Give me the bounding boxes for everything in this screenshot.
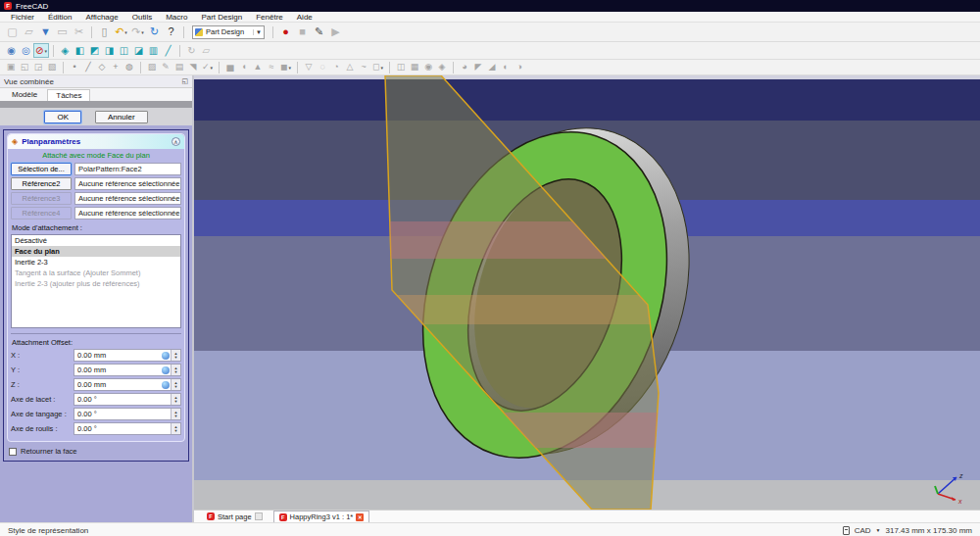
close-tab-icon[interactable]: ✕ [356, 513, 364, 521]
y-offset-field[interactable]: 0.00 mm ▲▼ [74, 364, 181, 376]
nav-style-selector[interactable]: CAD [855, 526, 871, 535]
view-front-button[interactable]: ◧ [73, 43, 87, 58]
yaw-value: 0.00 ° [74, 395, 171, 404]
menu-affichage[interactable]: Affichage [78, 13, 124, 22]
new-file-icon: ▢ [7, 26, 17, 37]
attachment-mode-list[interactable]: Désactivé Face du plan Inertie 2-3 Tange… [11, 234, 181, 328]
menu-fichier[interactable]: Fichier [4, 13, 41, 22]
view-rear-button[interactable]: ◫ [117, 43, 131, 58]
reference2-field[interactable]: Aucune référence sélectionnée [74, 177, 181, 190]
cancel-button[interactable]: Annuler [95, 111, 148, 123]
expression-icon[interactable] [162, 352, 170, 360]
groove-icon: ◔ [333, 63, 338, 72]
reference-row: Référence2 Aucune référence sélectionnée [11, 177, 181, 190]
list-item[interactable]: Désactivé [12, 235, 180, 246]
pitch-field[interactable]: 0.00 ° ▲▼ [74, 408, 181, 420]
view-bottom-button[interactable]: ◪ [131, 43, 146, 58]
reference1-field[interactable]: PolarPattern:Face2 [74, 163, 181, 175]
subtractive-loft-button: △ [343, 61, 357, 74]
yaw-spinner[interactable]: ▲▼ [171, 394, 180, 405]
open-file-icon: ▱ [24, 26, 32, 37]
x-offset-spinner[interactable]: ▲▼ [171, 350, 180, 361]
menu-fenetre[interactable]: Fenêtre [249, 13, 290, 22]
list-item-selected[interactable]: Face du plan [12, 246, 180, 257]
toolbar-separator [183, 26, 184, 38]
roll-spinner[interactable]: ▲▼ [171, 423, 180, 434]
undo-button[interactable]: ↶▾ [113, 24, 129, 40]
groupbox-title: Planparamètres [22, 137, 168, 146]
3d-viewport[interactable]: z x [194, 75, 980, 510]
print-icon: ▭ [57, 26, 67, 37]
z-offset-spinner[interactable]: ▲▼ [171, 379, 180, 390]
view-right-button[interactable]: ◨ [102, 43, 117, 58]
reference3-button: Référence3 [11, 192, 72, 205]
measure-refresh-icon: ↻ [187, 46, 195, 56]
toolbar-view: ◉◎⊘▾◈◧◩◨◫◪▥╱↻▱ [0, 42, 980, 60]
reference-row: Référence3 Aucune référence sélectionnée [11, 192, 181, 205]
macro-edit-button[interactable]: ✎ [311, 24, 327, 40]
view-isometric-button[interactable]: ◈ [58, 43, 73, 58]
workbench-selector[interactable]: Part Design ▼ [192, 25, 265, 39]
refresh-button[interactable]: ↻ [146, 24, 163, 40]
ok-button[interactable]: OK [44, 111, 81, 123]
paste-button[interactable]: ▯ [96, 24, 113, 40]
menu-macro[interactable]: Macro [159, 13, 194, 22]
view-left-icon: ▥ [149, 46, 158, 56]
yaw-label: Axe de lacet : [11, 395, 74, 404]
tab-label: HappyRing3 v1 : 1* [290, 512, 354, 521]
new-sketch-icon: ▨ [148, 63, 157, 72]
tab-taches[interactable]: Tâches [47, 89, 90, 101]
subtractive-loft-icon: △ [347, 63, 354, 72]
view-isometric-icon: ◈ [62, 46, 70, 56]
flip-face-checkbox[interactable] [9, 448, 17, 456]
menu-aide[interactable]: Aide [290, 13, 319, 22]
fit-selection-button[interactable]: ◎ [19, 43, 33, 58]
view-left-button[interactable]: ▥ [146, 43, 161, 58]
close-tab-icon[interactable] [255, 512, 263, 520]
macro-record-button[interactable]: ● [277, 24, 294, 40]
reference2-button[interactable]: Référence2 [11, 177, 72, 190]
expression-icon[interactable] [162, 381, 170, 389]
fit-all-button[interactable]: ◉ [4, 43, 19, 58]
offset-row: X : 0.00 mm ▲▼ [11, 349, 181, 362]
float-panel-icon[interactable]: ◱ [181, 77, 188, 85]
menu-edition[interactable]: Édition [41, 13, 78, 22]
additive-pipe-button: ≈ [265, 61, 278, 74]
mouse-model-icon [843, 526, 850, 535]
z-offset-field[interactable]: 0.00 mm ▲▼ [74, 378, 181, 391]
pad-button: ▅ [223, 61, 237, 74]
toolbar-separator [53, 45, 54, 57]
chevron-down-icon: ▾ [289, 65, 292, 71]
x-offset-field[interactable]: 0.00 mm ▲▼ [74, 349, 181, 362]
additive-pipe-icon: ≈ [270, 63, 274, 72]
select-reference-button[interactable]: Sélection de... [11, 163, 72, 175]
expression-icon[interactable] [162, 366, 170, 374]
y-offset-spinner[interactable]: ▲▼ [171, 365, 180, 375]
save-file-button[interactable]: ▼ [37, 24, 54, 40]
tab-start-page[interactable]: F Start page [202, 511, 268, 522]
ring-model[interactable] [194, 75, 980, 510]
task-panel-content: ◈ Planparamètres ∧ Attaché avec mode Fac… [0, 125, 192, 522]
edit-sketch-button: ✎ [159, 61, 172, 74]
validate-sketch-icon: ✓ [202, 63, 210, 72]
create-body-button: ▣ [4, 61, 18, 74]
map-sketch-button: ▤ [172, 61, 186, 74]
datum-plane-icon: ◇ [99, 63, 106, 72]
menu-outils[interactable]: Outils [125, 13, 159, 22]
status-message: Style de représentation [8, 526, 843, 535]
view-top-button[interactable]: ◩ [87, 43, 102, 58]
collapse-icon[interactable]: ∧ [172, 137, 180, 146]
x-offset-value: 0.00 mm [74, 351, 162, 360]
pitch-spinner[interactable]: ▲▼ [171, 409, 180, 419]
menu-part-design[interactable]: Part Design [194, 13, 249, 22]
axis-x-label: x [957, 498, 962, 504]
tab-modele[interactable]: Modèle [4, 89, 45, 100]
yaw-field[interactable]: 0.00 ° ▲▼ [74, 393, 181, 406]
whats-this-button[interactable]: ? [163, 24, 179, 40]
linear-pattern-button: ▦ [408, 61, 421, 74]
roll-field[interactable]: 0.00 ° ▲▼ [74, 422, 181, 435]
draw-style-button[interactable]: ⊘▾ [33, 43, 49, 58]
measure-distance-button[interactable]: ╱ [161, 43, 175, 58]
tab-happyring3[interactable]: F HappyRing3 v1 : 1* ✕ [273, 511, 370, 522]
list-item[interactable]: Inertie 2-3 [12, 257, 180, 268]
